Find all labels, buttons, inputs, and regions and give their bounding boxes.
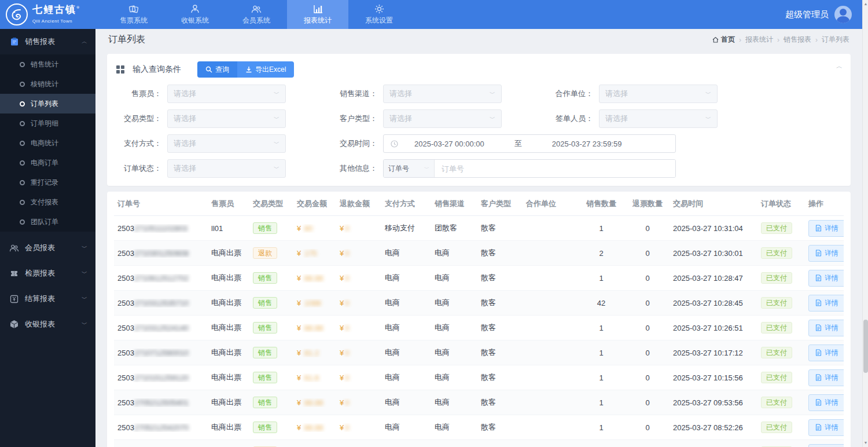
table-row: 25032710511102803 ll01 销售 ¥ 80 ¥0 移动支付 团… <box>114 216 844 241</box>
export-excel-button[interactable]: 导出Excel <box>237 61 294 78</box>
payment-method-select[interactable]: 请选择﹀ <box>167 134 286 153</box>
orders-table: 订单号 售票员 交易类型 交易金额 退款金额 支付方式 销售渠道 客户类型 合作… <box>107 192 851 447</box>
time-cell: 2025-03-27 08:52:26 <box>670 423 757 432</box>
status-cell: 已支付 <box>757 422 805 433</box>
action-cell: 详情 <box>805 369 844 386</box>
status-cell: 已支付 <box>757 272 805 284</box>
type-cell: 销售 <box>249 422 293 433</box>
other-info-type-select[interactable]: 订单号﹀ <box>384 160 435 177</box>
circle-icon <box>20 219 25 225</box>
detail-button[interactable]: 详情 <box>808 369 844 386</box>
order-status-select[interactable]: 请选择﹀ <box>167 159 286 178</box>
action-cell: 详情 <box>805 295 844 312</box>
circle-icon <box>20 101 25 107</box>
search-button[interactable]: 查询 <box>197 61 237 78</box>
col-time: 交易时间 <box>670 199 757 209</box>
detail-button[interactable]: 详情 <box>808 320 844 336</box>
payment-cell: 电商 <box>381 298 431 308</box>
sidebar-item-ecommerce-stats[interactable]: 电商统计 <box>0 133 95 153</box>
breadcrumb-sales-reports[interactable]: 销售报表 <box>784 35 811 45</box>
action-cell: 详情 <box>805 245 844 262</box>
sidebar-group-label: 销售报表 <box>25 36 55 47</box>
payment-cell: 移动支付 <box>381 223 431 233</box>
start-datetime-value[interactable]: 2025-03-27 00:00:00 <box>414 140 484 148</box>
sidebar-group-member-reports[interactable]: 会员报表 ﹀ <box>0 235 95 261</box>
sale-qty-cell: 1 <box>577 373 626 382</box>
col-actions: 操作 <box>805 199 844 209</box>
type-cell: 销售 <box>249 397 293 408</box>
signer-select[interactable]: 请选择﹀ <box>599 109 718 128</box>
customer-cell: 散客 <box>477 422 523 433</box>
nav-item-settings[interactable]: 系统设置 <box>348 0 410 29</box>
sidebar-item-reprint-records[interactable]: 重打记录 <box>0 173 95 192</box>
sidebar-group-sales-reports[interactable]: 销售报表 ︿ <box>0 29 95 54</box>
search-icon <box>205 66 212 73</box>
nav-item-ticketing[interactable]: 售票系统 <box>103 0 164 29</box>
time-cell: 2025-03-27 09:53:56 <box>670 398 757 407</box>
sidebar-group-ticketcheck-reports[interactable]: 检票报表 ﹀ <box>0 261 95 286</box>
page-scrollbar[interactable]: ▲ ▼ <box>862 0 868 447</box>
sales-channel-select[interactable]: 请选择﹀ <box>383 85 502 103</box>
sidebar-item-verify-stats[interactable]: 核销统计 <box>0 74 95 94</box>
date-range-input[interactable]: 2025-03-27 00:00:00 至 2025-03-27 23:59:5… <box>383 134 676 153</box>
detail-button[interactable]: 详情 <box>808 394 844 411</box>
col-status: 订单状态 <box>757 199 805 209</box>
detail-button[interactable]: 详情 <box>808 345 844 361</box>
breadcrumb-reports[interactable]: 报表统计 <box>745 35 773 45</box>
seller-cell: 电商出票 <box>208 372 249 383</box>
sidebar-item-sales-stats[interactable]: 销售统计 <box>0 54 95 74</box>
scroll-up-arrow-icon[interactable]: ▲ <box>863 1 868 8</box>
payment-cell: 电商 <box>381 248 431 258</box>
time-cell: 2025-03-27 10:15:56 <box>670 373 757 382</box>
nav-item-cashier[interactable]: 收银系统 <box>164 0 226 29</box>
partner-select[interactable]: 请选择﹀ <box>599 85 718 103</box>
amount-cell: ¥ 88.88 <box>293 324 336 332</box>
scrollbar-thumb[interactable] <box>863 320 868 373</box>
nav-item-members[interactable]: 会员系统 <box>226 0 287 29</box>
time-cell: 2025-03-27 10:30:01 <box>670 249 757 258</box>
amount-cell: ¥ 88.88 <box>293 398 336 407</box>
sidebar-item-ecommerce-orders[interactable]: 电商订单 <box>0 153 95 173</box>
detail-button[interactable]: 详情 <box>808 295 844 312</box>
transaction-type-select[interactable]: 请选择﹀ <box>167 109 286 128</box>
order-no-cell: 25032710151259120 <box>114 373 208 382</box>
sidebar-item-order-list[interactable]: 订单列表 <box>0 94 95 113</box>
status-cell: 已支付 <box>757 297 805 309</box>
customer-cell: 散客 <box>477 298 523 308</box>
breadcrumb-order-list[interactable]: 订单列表 <box>822 35 849 45</box>
nav-item-reports[interactable]: 报表统计 <box>287 0 348 29</box>
detail-button[interactable]: 详情 <box>808 245 844 262</box>
table-row: 25032705212505401 电商出票 销售 ¥ 88.88 ¥0 电商 … <box>114 390 844 415</box>
action-cell: 详情 <box>805 220 844 237</box>
sidebar-group-settlement-reports[interactable]: 结算报表 ﹀ <box>0 286 95 312</box>
sidebar-group-cashier-reports[interactable]: 收银报表 ﹀ <box>0 312 95 337</box>
detail-button[interactable]: 详情 <box>808 270 844 287</box>
order-no-cell: 25032705212505401 <box>114 398 208 407</box>
breadcrumb-home[interactable]: 首页 <box>712 35 735 45</box>
avatar[interactable] <box>834 6 852 23</box>
detail-button[interactable]: 详情 <box>808 419 844 436</box>
customer-type-select[interactable]: 请选择﹀ <box>383 109 502 128</box>
detail-button[interactable]: 详情 <box>808 444 844 447</box>
amount-cell: ¥ 88.88 <box>293 423 336 432</box>
transaction-type-badge: 销售 <box>253 347 277 358</box>
end-datetime-value[interactable]: 2025-03-27 23:59:59 <box>552 140 622 148</box>
sidebar-item-order-detail[interactable]: 订单明细 <box>0 113 95 133</box>
sidebar-item-payment-report[interactable]: 支付报表 <box>0 192 95 212</box>
user-area[interactable]: 超级管理员 <box>785 0 868 29</box>
filter-other-info: 其他信息： 订单号﹀ <box>332 159 676 178</box>
panel-collapse-chevron-icon[interactable]: ︿ <box>836 62 843 71</box>
refund-amount-cell: ¥0 <box>336 373 381 382</box>
sale-qty-cell: 1 <box>577 423 626 432</box>
type-cell: 销售 <box>249 372 293 383</box>
seller-select[interactable]: 请选择﹀ <box>167 85 286 103</box>
sidebar-item-group-orders[interactable]: 团队订单 <box>0 212 95 232</box>
refund-amount-cell: ¥0 <box>336 398 381 407</box>
document-icon <box>815 225 822 232</box>
detail-button[interactable]: 详情 <box>808 220 844 237</box>
refund-amount-cell: ¥0 <box>336 274 381 283</box>
order-number-input[interactable] <box>435 160 675 177</box>
date-range-separator: 至 <box>514 138 522 149</box>
scroll-down-arrow-icon[interactable]: ▼ <box>863 439 868 446</box>
refund-qty-cell: 0 <box>626 324 670 332</box>
